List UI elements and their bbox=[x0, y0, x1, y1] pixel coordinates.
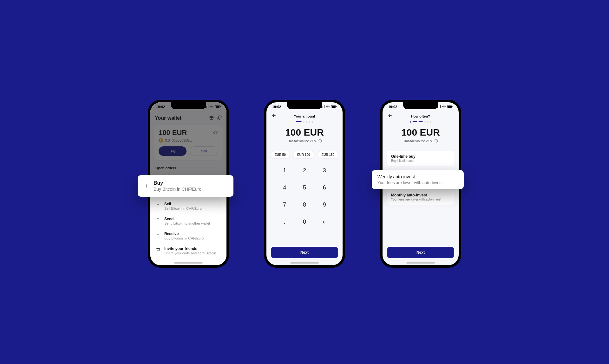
sheet-item-send[interactable]: Send Send bitcoin to another wallet bbox=[155, 214, 222, 228]
back-button[interactable] bbox=[272, 113, 277, 119]
sheet-subtitle: Buy Bitcoins in CHF/Euro bbox=[164, 236, 204, 240]
sheet-title: Send bbox=[164, 217, 210, 221]
amount-display: 100 EUR bbox=[383, 127, 459, 138]
option-subtitle: Buy bitcoin once bbox=[391, 159, 450, 163]
key-0[interactable]: 0 bbox=[295, 217, 315, 227]
phone-notch bbox=[171, 102, 206, 109]
next-button[interactable]: Next bbox=[387, 247, 454, 258]
number-keypad: 1 2 3 4 5 6 7 8 9 . 0 bbox=[266, 163, 343, 227]
key-9[interactable]: 9 bbox=[314, 200, 334, 210]
svg-rect-19 bbox=[337, 106, 337, 107]
status-time: 19:02 bbox=[272, 105, 281, 109]
key-8[interactable]: 8 bbox=[295, 200, 315, 210]
phone-frequency: 19:02 How often? 100 EUR Transaction fee… bbox=[380, 100, 461, 268]
option-subtitle: Your fees are lower with auto-invest bbox=[391, 198, 450, 201]
status-indicators bbox=[320, 105, 337, 108]
sheet-item-sell[interactable]: Sell Sell Bitcoin in CHF/Euro bbox=[155, 199, 222, 214]
phone-notch bbox=[403, 102, 438, 109]
sheet-title: Sell bbox=[164, 202, 202, 206]
preset-amount-button[interactable]: EUR 100 bbox=[293, 151, 314, 159]
option-title: Monthly auto-invest bbox=[391, 193, 450, 197]
battery-icon bbox=[331, 105, 337, 108]
option-title: One-time buy bbox=[391, 154, 450, 159]
sheet-title: Invite your friends bbox=[164, 246, 216, 251]
svg-rect-27 bbox=[453, 106, 453, 107]
preset-amount-button[interactable]: EUR 150 bbox=[318, 151, 339, 159]
amount-display: 100 EUR bbox=[266, 127, 343, 138]
status-time: 19:02 bbox=[388, 105, 397, 109]
fee-row: Transaction fee 2,0% bbox=[266, 139, 343, 143]
svg-rect-16 bbox=[324, 105, 324, 108]
back-button[interactable] bbox=[388, 113, 393, 119]
popout-buy-card[interactable]: Buy Buy Bitcoin in CHF/Euro bbox=[138, 175, 233, 197]
info-icon[interactable] bbox=[318, 139, 322, 143]
home-indicator bbox=[406, 262, 435, 264]
status-indicators bbox=[436, 105, 453, 108]
svg-rect-24 bbox=[440, 105, 441, 108]
step-progress bbox=[266, 121, 343, 123]
svg-rect-23 bbox=[439, 106, 439, 108]
fee-text: Transaction fee 2,0% bbox=[287, 139, 317, 143]
popout-title: Buy bbox=[154, 180, 201, 186]
wifi-icon bbox=[326, 105, 330, 108]
phone-wallet: 19:02 Your wallet 100 bbox=[148, 100, 229, 268]
sheet-item-invite[interactable]: Invite your friends Share your code and … bbox=[155, 243, 222, 258]
backspace-icon bbox=[322, 219, 327, 225]
svg-rect-15 bbox=[323, 106, 323, 108]
key-7[interactable]: 7 bbox=[275, 200, 295, 210]
info-icon[interactable] bbox=[435, 139, 438, 143]
arrow-up-icon bbox=[155, 217, 160, 221]
wifi-icon bbox=[442, 105, 446, 108]
home-indicator bbox=[174, 262, 203, 264]
minus-icon bbox=[155, 202, 160, 206]
popout-subtitle: Buy Bitcoin in CHF/Euro bbox=[154, 187, 201, 192]
key-6[interactable]: 6 bbox=[314, 183, 334, 193]
fee-row: Transaction fee 2,0% bbox=[383, 139, 459, 143]
step-progress bbox=[383, 121, 459, 123]
home-indicator bbox=[290, 262, 319, 264]
popout-title: Weekly auto-invest bbox=[377, 174, 458, 179]
option-monthly[interactable]: Monthly auto-invest Your fees are lower … bbox=[387, 189, 455, 205]
sheet-subtitle: Share your code and earn Bitcoin bbox=[164, 251, 216, 255]
svg-rect-18 bbox=[332, 106, 336, 108]
sheet-title: Receive bbox=[164, 232, 204, 236]
option-one-time[interactable]: One-time buy Buy bitcoin once bbox=[387, 151, 455, 166]
nav-title: How often? bbox=[393, 114, 449, 118]
next-button[interactable]: Next bbox=[271, 247, 338, 258]
key-dot[interactable]: . bbox=[275, 217, 295, 227]
key-backspace[interactable] bbox=[314, 217, 334, 227]
sheet-item-receive[interactable]: Receive Buy Bitcoins in CHF/Euro bbox=[155, 228, 222, 243]
battery-icon bbox=[447, 105, 453, 108]
nav-title: Your amount bbox=[277, 114, 332, 118]
arrow-left-icon bbox=[272, 113, 277, 118]
popout-weekly-card[interactable]: Weekly auto-invest Your fees are lower w… bbox=[372, 170, 464, 189]
sheet-subtitle: Send bitcoin to another wallet bbox=[164, 221, 210, 225]
svg-rect-26 bbox=[448, 106, 452, 108]
fee-text: Transaction fee 2,0% bbox=[403, 139, 433, 143]
arrow-down-icon bbox=[155, 232, 160, 236]
phone-amount: 19:02 Your amount 100 EUR Transaction fe… bbox=[264, 100, 345, 268]
popout-subtitle: Your fees are lower with auto-invest bbox=[377, 180, 458, 185]
phone-notch bbox=[287, 102, 322, 109]
key-3[interactable]: 3 bbox=[314, 166, 334, 176]
arrow-left-icon bbox=[388, 113, 393, 118]
gift-icon bbox=[155, 246, 160, 251]
preset-amount-button[interactable]: EUR 50 bbox=[271, 151, 290, 159]
plus-icon bbox=[143, 183, 149, 188]
key-5[interactable]: 5 bbox=[295, 183, 315, 193]
sheet-subtitle: Sell Bitcoin in CHF/Euro bbox=[164, 207, 202, 210]
key-2[interactable]: 2 bbox=[295, 166, 315, 176]
key-1[interactable]: 1 bbox=[275, 166, 295, 176]
key-4[interactable]: 4 bbox=[275, 183, 295, 193]
